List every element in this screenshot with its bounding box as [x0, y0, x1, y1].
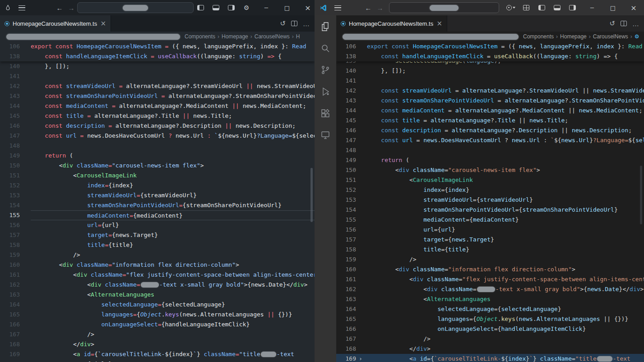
- code-line-154[interactable]: 154 streamOnSharePointVideoUrl={streamOn…: [0, 200, 315, 210]
- code-line-139[interactable]: 139 setSelectedLanguage(language);: [336, 61, 644, 66]
- close-tab-icon[interactable]: ×: [100, 20, 106, 27]
- line-number-gutter[interactable]: 156: [336, 225, 367, 235]
- line-number-gutter[interactable]: 106: [0, 42, 31, 51]
- line-number-gutter[interactable]: 142: [336, 86, 367, 96]
- line-number-gutter[interactable]: 154: [0, 200, 31, 210]
- line-number-gutter[interactable]: 138: [0, 51, 31, 61]
- code-line-156[interactable]: 156 url={url}: [336, 225, 644, 235]
- split-editor-icon[interactable]: [291, 21, 297, 26]
- code-line-142[interactable]: 142 const streamVideoUrl = alternateLang…: [0, 81, 315, 91]
- tab-homepage-carousel-news-item[interactable]: HomepageCarouselNewsItem.tsx ×: [336, 15, 447, 32]
- line-number-gutter[interactable]: 149: [0, 151, 31, 161]
- code-line-157[interactable]: 157 target={news.Target}: [336, 235, 644, 245]
- code-line-149[interactable]: 149 return (: [0, 151, 315, 161]
- line-number-gutter[interactable]: 138: [336, 51, 367, 61]
- code-line-141[interactable]: 141: [0, 71, 315, 81]
- code-line-160[interactable]: 160 <div className="information flex dir…: [0, 260, 315, 270]
- code-line-145[interactable]: 145 const title = alternateLanguage?.Tit…: [336, 116, 644, 125]
- line-number-gutter[interactable]: 170: [0, 359, 31, 362]
- line-number-gutter[interactable]: 144: [0, 101, 31, 111]
- code-line-168[interactable]: 168 </div>: [336, 344, 644, 354]
- maximize-button[interactable]: □: [277, 0, 297, 15]
- code-line-147[interactable]: 147 const url = news.DoesHaveCustomUrl ?…: [336, 135, 644, 145]
- line-number-gutter[interactable]: 158: [0, 240, 31, 250]
- code-line-148[interactable]: 148: [336, 145, 644, 155]
- line-number-gutter[interactable]: 162: [336, 284, 367, 294]
- line-number-gutter[interactable]: 159: [336, 255, 367, 265]
- line-number-gutter[interactable]: 168: [0, 339, 31, 349]
- code-line-151[interactable]: 151 <CarouselImageLink: [336, 175, 644, 185]
- editor-left[interactable]: 106export const HomepageCarouselNewsItem…: [0, 42, 315, 362]
- line-number-gutter[interactable]: 151: [336, 175, 367, 185]
- code-line-150[interactable]: 150 <div className="carousel-news-item f…: [0, 161, 315, 171]
- code-line-166[interactable]: 166 onLanguageSelect={handleLanguageItem…: [336, 324, 644, 334]
- line-number-gutter[interactable]: 168: [336, 344, 367, 354]
- breadcrumb-item[interactable]: Components: [523, 33, 554, 40]
- code-line-165[interactable]: 165 languages={Object.keys(news.Alternat…: [336, 314, 644, 324]
- code-line-152[interactable]: 152 index={index}: [336, 185, 644, 195]
- breadcrumb-item[interactable]: CarouselNews: [255, 33, 290, 40]
- line-number-gutter[interactable]: 166: [336, 324, 367, 334]
- code-line-170[interactable]: 170 {title}: [0, 359, 315, 362]
- code-line-160[interactable]: 160 <div className="information flex dir…: [336, 265, 644, 274]
- line-number-gutter[interactable]: 151: [0, 171, 31, 181]
- code-line-155[interactable]: 155 mediaContent={mediaContent}: [336, 215, 644, 225]
- code-line-161[interactable]: 161 <div className="flex justify-content…: [0, 270, 315, 280]
- line-number-gutter[interactable]: 152: [0, 181, 31, 190]
- forward-button[interactable]: →: [65, 4, 77, 12]
- code-line-154[interactable]: 154 streamOnSharePointVideoUrl={streamOn…: [336, 205, 644, 215]
- line-number-gutter[interactable]: 162: [0, 280, 31, 290]
- line-number-gutter[interactable]: 141: [0, 71, 31, 81]
- line-number-gutter[interactable]: 146: [0, 121, 31, 131]
- line-number-gutter[interactable]: 106: [336, 42, 367, 51]
- source-control-icon[interactable]: [318, 62, 333, 78]
- menu-icon[interactable]: [15, 1, 28, 14]
- toggle-sidebar-icon[interactable]: [535, 1, 548, 14]
- line-number-gutter[interactable]: 143: [336, 96, 367, 106]
- code-line-161[interactable]: 161 <div className="flex justify-content…: [336, 274, 644, 284]
- toggle-panel-icon[interactable]: [550, 1, 564, 14]
- line-number-gutter[interactable]: 155: [336, 215, 367, 225]
- code-line-163[interactable]: 163 <AlternateLanguages: [0, 290, 315, 300]
- remote-profile-icon[interactable]: [502, 1, 519, 14]
- toggle-panel-icon[interactable]: [209, 1, 222, 14]
- code-line-146[interactable]: 146 const description = alternateLanguag…: [0, 121, 315, 131]
- line-number-gutter[interactable]: 140: [336, 66, 367, 76]
- tab-homepage-carousel-news-item[interactable]: HomepageCarouselNewsItem.tsx ×: [0, 15, 111, 32]
- line-number-gutter[interactable]: 153: [336, 195, 367, 205]
- line-number-gutter[interactable]: 150: [336, 165, 367, 175]
- code-line-164[interactable]: 164 selectedLanguage={selectedLanguage}: [0, 300, 315, 310]
- explorer-icon[interactable]: [318, 19, 333, 34]
- line-number-gutter[interactable]: 160: [336, 265, 367, 274]
- line-number-gutter[interactable]: 164: [0, 300, 31, 310]
- code-line-164[interactable]: 164 selectedLanguage={selectedLanguage}: [336, 304, 644, 314]
- code-line-141[interactable]: 141: [336, 76, 644, 86]
- breadcrumb-item[interactable]: H: [296, 33, 300, 40]
- code-line-151[interactable]: 151 <CarouselImageLink: [0, 171, 315, 181]
- editor-right[interactable]: 106export const HomepageCarouselNewsItem…: [336, 42, 644, 362]
- line-number-gutter[interactable]: 144: [336, 106, 367, 116]
- code-line-159[interactable]: 159 />: [336, 255, 644, 265]
- line-number-gutter[interactable]: 161: [0, 270, 31, 280]
- line-number-gutter[interactable]: 163: [0, 290, 31, 300]
- line-number-gutter[interactable]: 145: [0, 111, 31, 121]
- run-and-debug-icon[interactable]: [318, 84, 333, 99]
- code-line-148[interactable]: 148: [0, 141, 315, 151]
- scrollbar-thumb[interactable]: [310, 168, 313, 222]
- code-line-146[interactable]: 146 const description = alternateLanguag…: [336, 125, 644, 135]
- line-number-gutter[interactable]: 152: [336, 185, 367, 195]
- code-line-162[interactable]: 162 <div className=-text x-small gray bo…: [336, 284, 644, 294]
- code-line-142[interactable]: 142 const streamVideoUrl = alternateLang…: [336, 86, 644, 96]
- command-center[interactable]: [389, 2, 499, 13]
- remote-explorer-icon[interactable]: [318, 127, 333, 143]
- back-button[interactable]: ←: [54, 4, 65, 12]
- code-line-157[interactable]: 157 target={news.Target}: [0, 230, 315, 240]
- split-editor-icon[interactable]: [621, 21, 627, 26]
- code-line-159[interactable]: 159 />: [0, 250, 315, 260]
- code-line-150[interactable]: 150 <div className="carousel-news-item f…: [336, 165, 644, 175]
- code-line-144[interactable]: 144 const mediaContent = alternateLangua…: [336, 106, 644, 116]
- line-number-gutter[interactable]: 147: [0, 131, 31, 141]
- code-line-167[interactable]: 167 />: [336, 334, 644, 344]
- timeline-history-icon[interactable]: ↺: [609, 19, 615, 28]
- code-line-162[interactable]: 162 <div className=-text x-small gray bo…: [0, 280, 315, 290]
